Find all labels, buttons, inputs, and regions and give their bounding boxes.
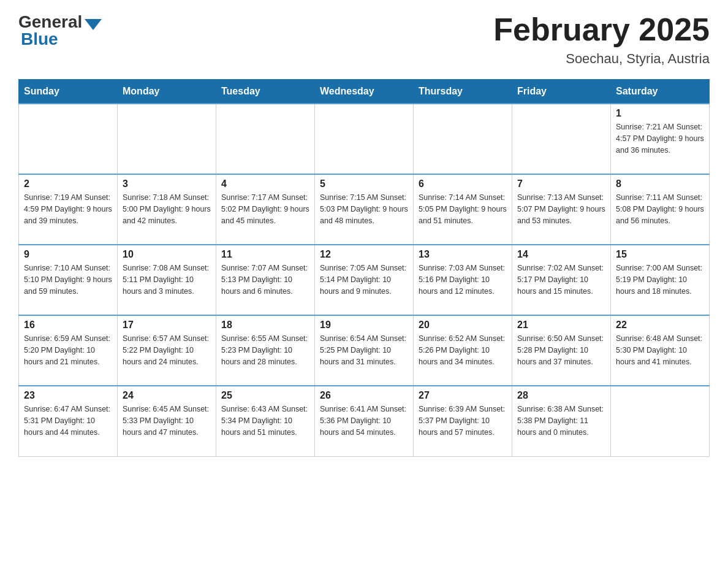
day-number: 24 — [123, 390, 211, 401]
calendar-cell — [315, 104, 414, 174]
day-info: Sunrise: 6:48 AM Sunset: 5:30 PM Dayligh… — [616, 333, 704, 367]
day-info: Sunrise: 7:07 AM Sunset: 5:13 PM Dayligh… — [221, 262, 309, 297]
weekday-header-saturday: Saturday — [611, 80, 710, 104]
day-info: Sunrise: 7:18 AM Sunset: 5:00 PM Dayligh… — [123, 192, 211, 226]
day-info: Sunrise: 7:11 AM Sunset: 5:08 PM Dayligh… — [616, 192, 704, 226]
calendar-cell: 1Sunrise: 7:21 AM Sunset: 4:57 PM Daylig… — [611, 104, 710, 174]
calendar-cell — [512, 104, 611, 174]
day-info: Sunrise: 6:55 AM Sunset: 5:23 PM Dayligh… — [221, 333, 309, 367]
day-info: Sunrise: 6:45 AM Sunset: 5:33 PM Dayligh… — [123, 404, 211, 438]
weekday-header-monday: Monday — [118, 80, 216, 104]
calendar-cell: 6Sunrise: 7:14 AM Sunset: 5:05 PM Daylig… — [414, 174, 512, 245]
logo-arrow-icon — [85, 19, 102, 30]
day-number: 7 — [517, 178, 605, 190]
day-number: 19 — [320, 320, 408, 331]
calendar-cell: 7Sunrise: 7:13 AM Sunset: 5:07 PM Daylig… — [512, 174, 611, 245]
calendar-cell: 18Sunrise: 6:55 AM Sunset: 5:23 PM Dayli… — [216, 315, 315, 386]
week-row-1: 1Sunrise: 7:21 AM Sunset: 4:57 PM Daylig… — [19, 104, 710, 174]
day-number: 13 — [419, 249, 507, 260]
day-info: Sunrise: 7:10 AM Sunset: 5:10 PM Dayligh… — [24, 262, 112, 297]
day-number: 4 — [221, 178, 309, 190]
calendar-cell: 9Sunrise: 7:10 AM Sunset: 5:10 PM Daylig… — [19, 245, 118, 315]
weekday-header-wednesday: Wednesday — [315, 80, 414, 104]
calendar-cell: 5Sunrise: 7:15 AM Sunset: 5:03 PM Daylig… — [315, 174, 414, 245]
day-info: Sunrise: 7:21 AM Sunset: 4:57 PM Dayligh… — [616, 121, 704, 156]
day-number: 22 — [616, 320, 704, 331]
day-info: Sunrise: 7:08 AM Sunset: 5:11 PM Dayligh… — [123, 262, 211, 297]
day-info: Sunrise: 7:02 AM Sunset: 5:17 PM Dayligh… — [517, 262, 605, 297]
day-info: Sunrise: 7:17 AM Sunset: 5:02 PM Dayligh… — [221, 192, 309, 226]
day-number: 1 — [616, 108, 704, 119]
day-number: 23 — [24, 390, 112, 401]
title-section: February 2025 Soechau, Styria, Austria — [493, 12, 710, 67]
day-number: 28 — [517, 390, 605, 401]
location-subtitle: Soechau, Styria, Austria — [493, 51, 710, 67]
day-number: 26 — [320, 390, 408, 401]
day-info: Sunrise: 6:59 AM Sunset: 5:20 PM Dayligh… — [24, 333, 112, 367]
weekday-header-sunday: Sunday — [19, 80, 118, 104]
day-number: 3 — [123, 178, 211, 190]
calendar-cell: 15Sunrise: 7:00 AM Sunset: 5:19 PM Dayli… — [611, 245, 710, 315]
day-info: Sunrise: 6:54 AM Sunset: 5:25 PM Dayligh… — [320, 333, 408, 367]
calendar-cell — [611, 386, 710, 456]
calendar-cell: 12Sunrise: 7:05 AM Sunset: 5:14 PM Dayli… — [315, 245, 414, 315]
calendar-cell: 19Sunrise: 6:54 AM Sunset: 5:25 PM Dayli… — [315, 315, 414, 386]
day-number: 10 — [123, 249, 211, 260]
logo-blue-text: Blue — [21, 29, 58, 49]
day-info: Sunrise: 7:03 AM Sunset: 5:16 PM Dayligh… — [419, 262, 507, 297]
day-number: 17 — [123, 320, 211, 331]
day-number: 6 — [419, 178, 507, 190]
calendar-cell: 22Sunrise: 6:48 AM Sunset: 5:30 PM Dayli… — [611, 315, 710, 386]
calendar-cell: 13Sunrise: 7:03 AM Sunset: 5:16 PM Dayli… — [414, 245, 512, 315]
day-number: 9 — [24, 249, 112, 260]
calendar-cell: 14Sunrise: 7:02 AM Sunset: 5:17 PM Dayli… — [512, 245, 611, 315]
day-info: Sunrise: 7:05 AM Sunset: 5:14 PM Dayligh… — [320, 262, 408, 297]
day-info: Sunrise: 6:41 AM Sunset: 5:36 PM Dayligh… — [320, 404, 408, 438]
week-row-2: 2Sunrise: 7:19 AM Sunset: 4:59 PM Daylig… — [19, 174, 710, 245]
calendar-cell: 23Sunrise: 6:47 AM Sunset: 5:31 PM Dayli… — [19, 386, 118, 456]
weekday-header-friday: Friday — [512, 80, 611, 104]
calendar-cell: 21Sunrise: 6:50 AM Sunset: 5:28 PM Dayli… — [512, 315, 611, 386]
day-number: 12 — [320, 249, 408, 260]
calendar-cell: 10Sunrise: 7:08 AM Sunset: 5:11 PM Dayli… — [118, 245, 216, 315]
day-number: 16 — [24, 320, 112, 331]
week-row-4: 16Sunrise: 6:59 AM Sunset: 5:20 PM Dayli… — [19, 315, 710, 386]
page-header: General Blue February 2025 Soechau, Styr… — [18, 12, 710, 67]
day-info: Sunrise: 7:13 AM Sunset: 5:07 PM Dayligh… — [517, 192, 605, 226]
calendar-cell: 26Sunrise: 6:41 AM Sunset: 5:36 PM Dayli… — [315, 386, 414, 456]
calendar-cell: 2Sunrise: 7:19 AM Sunset: 4:59 PM Daylig… — [19, 174, 118, 245]
day-info: Sunrise: 7:14 AM Sunset: 5:05 PM Dayligh… — [419, 192, 507, 226]
calendar-cell: 25Sunrise: 6:43 AM Sunset: 5:34 PM Dayli… — [216, 386, 315, 456]
day-info: Sunrise: 6:50 AM Sunset: 5:28 PM Dayligh… — [517, 333, 605, 367]
week-row-5: 23Sunrise: 6:47 AM Sunset: 5:31 PM Dayli… — [19, 386, 710, 456]
logo: General Blue — [18, 12, 102, 49]
calendar-title: February 2025 — [493, 12, 710, 47]
day-number: 25 — [221, 390, 309, 401]
week-row-3: 9Sunrise: 7:10 AM Sunset: 5:10 PM Daylig… — [19, 245, 710, 315]
calendar-cell — [19, 104, 118, 174]
day-number: 2 — [24, 178, 112, 190]
calendar-cell: 3Sunrise: 7:18 AM Sunset: 5:00 PM Daylig… — [118, 174, 216, 245]
day-number: 11 — [221, 249, 309, 260]
day-number: 20 — [419, 320, 507, 331]
day-info: Sunrise: 6:47 AM Sunset: 5:31 PM Dayligh… — [24, 404, 112, 438]
day-number: 8 — [616, 178, 704, 190]
calendar-cell — [216, 104, 315, 174]
day-number: 15 — [616, 249, 704, 260]
calendar-cell: 11Sunrise: 7:07 AM Sunset: 5:13 PM Dayli… — [216, 245, 315, 315]
calendar-cell: 8Sunrise: 7:11 AM Sunset: 5:08 PM Daylig… — [611, 174, 710, 245]
weekday-header-tuesday: Tuesday — [216, 80, 315, 104]
calendar-cell: 28Sunrise: 6:38 AM Sunset: 5:38 PM Dayli… — [512, 386, 611, 456]
day-info: Sunrise: 7:15 AM Sunset: 5:03 PM Dayligh… — [320, 192, 408, 226]
calendar-cell: 4Sunrise: 7:17 AM Sunset: 5:02 PM Daylig… — [216, 174, 315, 245]
calendar-cell: 17Sunrise: 6:57 AM Sunset: 5:22 PM Dayli… — [118, 315, 216, 386]
calendar-cell: 24Sunrise: 6:45 AM Sunset: 5:33 PM Dayli… — [118, 386, 216, 456]
day-number: 18 — [221, 320, 309, 331]
day-info: Sunrise: 6:57 AM Sunset: 5:22 PM Dayligh… — [123, 333, 211, 367]
calendar-cell — [118, 104, 216, 174]
day-number: 21 — [517, 320, 605, 331]
day-number: 27 — [419, 390, 507, 401]
calendar-cell: 27Sunrise: 6:39 AM Sunset: 5:37 PM Dayli… — [414, 386, 512, 456]
day-number: 5 — [320, 178, 408, 190]
day-info: Sunrise: 6:38 AM Sunset: 5:38 PM Dayligh… — [517, 404, 605, 438]
